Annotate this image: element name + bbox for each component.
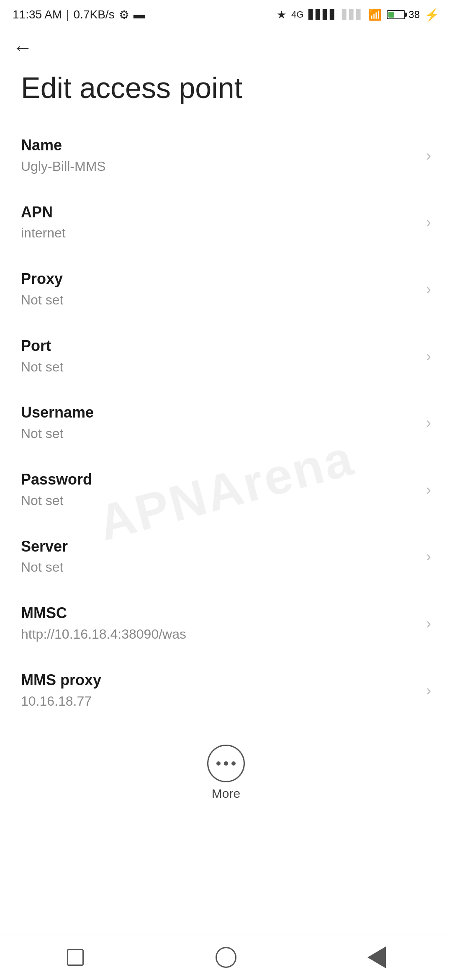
chevron-right-icon-port: › <box>426 348 431 365</box>
settings-item-value-proxy: Not set <box>21 291 418 309</box>
settings-item-apn[interactable]: APN internet › <box>0 189 452 256</box>
battery-fill <box>388 12 394 18</box>
settings-item-content-password: Password Not set <box>21 470 418 510</box>
chevron-right-icon-username: › <box>426 414 431 432</box>
chevron-right-icon-server: › <box>426 548 431 565</box>
wifi-icon: 📶 <box>368 8 382 21</box>
back-button-container[interactable]: ← <box>0 29 452 62</box>
recents-icon <box>67 949 84 966</box>
settings-item-username[interactable]: Username Not set › <box>0 389 452 456</box>
dot-3 <box>231 761 236 766</box>
back-arrow-icon[interactable]: ← <box>13 38 33 58</box>
status-left: 11:35 AM | 0.7KB/s ⚙ ▬ <box>13 8 145 22</box>
settings-item-content-name: Name Ugly-Bill-MMS <box>21 136 418 176</box>
settings-item-mms-proxy[interactable]: MMS proxy 10.16.18.77 › <box>0 657 452 724</box>
settings-item-value-password: Not set <box>21 491 418 510</box>
settings-item-title-proxy: Proxy <box>21 269 418 289</box>
settings-item-value-username: Not set <box>21 424 418 443</box>
battery-box <box>387 10 405 19</box>
settings-item-title-name: Name <box>21 136 418 155</box>
more-dots <box>216 761 236 766</box>
settings-item-server[interactable]: Server Not set › <box>0 524 452 591</box>
battery-percent: 38 <box>408 9 420 21</box>
settings-item-title-mmsc: MMSC <box>21 603 418 623</box>
settings-item-password[interactable]: Password Not set › <box>0 456 452 524</box>
video-icon: ▬ <box>134 8 145 21</box>
settings-list: Name Ugly-Bill-MMS › APN internet › Prox… <box>0 122 452 724</box>
settings-item-content-apn: APN internet <box>21 203 418 243</box>
settings-item-title-server: Server <box>21 537 418 557</box>
status-right: ★ 4G ▋▋▋▋ ▋▋▋ 📶 38 ⚡ <box>277 8 439 22</box>
settings-icon: ⚙ <box>119 8 129 22</box>
settings-item-name[interactable]: Name Ugly-Bill-MMS › <box>0 122 452 189</box>
signal-bars-icon: ▋▋▋▋ <box>308 9 337 20</box>
settings-item-value-name: Ugly-Bill-MMS <box>21 157 418 176</box>
status-time: 11:35 AM <box>13 8 62 21</box>
chevron-right-icon-name: › <box>426 147 431 165</box>
status-separator: | <box>66 8 69 21</box>
home-icon <box>216 947 236 968</box>
nav-bar <box>0 934 452 980</box>
settings-item-title-mms-proxy: MMS proxy <box>21 671 418 690</box>
more-button-container: More <box>0 732 452 809</box>
chevron-right-icon-mms-proxy: › <box>426 682 431 699</box>
settings-item-content-port: Port Not set <box>21 336 418 377</box>
signal-bars2-icon: ▋▋▋ <box>342 9 363 20</box>
nav-home-button[interactable] <box>209 941 243 974</box>
more-label: More <box>212 787 240 801</box>
settings-item-title-port: Port <box>21 336 418 356</box>
chevron-right-icon-mmsc: › <box>426 615 431 632</box>
page-title: Edit access point <box>0 62 452 122</box>
settings-item-title-username: Username <box>21 403 418 423</box>
settings-item-value-mms-proxy: 10.16.18.77 <box>21 692 418 711</box>
battery-indicator: 38 <box>387 9 420 21</box>
status-speed: 0.7KB/s <box>74 8 115 21</box>
signal-4g-icon: 4G <box>291 9 303 20</box>
bolt-icon: ⚡ <box>425 8 439 22</box>
settings-item-content-username: Username Not set <box>21 403 418 443</box>
status-bar: 11:35 AM | 0.7KB/s ⚙ ▬ ★ 4G ▋▋▋▋ ▋▋▋ 📶 3… <box>0 0 452 29</box>
settings-item-value-apn: internet <box>21 224 418 242</box>
settings-item-title-apn: APN <box>21 203 418 222</box>
settings-item-value-server: Not set <box>21 558 418 577</box>
settings-item-mmsc[interactable]: MMSC http://10.16.18.4:38090/was › <box>0 590 452 657</box>
settings-item-content-mms-proxy: MMS proxy 10.16.18.77 <box>21 671 418 711</box>
more-button[interactable] <box>207 745 245 782</box>
settings-item-content-mmsc: MMSC http://10.16.18.4:38090/was <box>21 603 418 644</box>
chevron-right-icon-password: › <box>426 481 431 499</box>
chevron-right-icon-proxy: › <box>426 281 431 298</box>
nav-back-button[interactable] <box>360 941 393 974</box>
settings-item-proxy[interactable]: Proxy Not set › <box>0 256 452 323</box>
settings-item-value-mmsc: http://10.16.18.4:38090/was <box>21 625 418 644</box>
chevron-right-icon-apn: › <box>426 214 431 231</box>
settings-item-value-port: Not set <box>21 358 418 377</box>
settings-item-title-password: Password <box>21 470 418 490</box>
settings-item-port[interactable]: Port Not set › <box>0 323 452 390</box>
dot-1 <box>216 761 221 766</box>
back-icon <box>367 946 386 968</box>
bluetooth-icon: ★ <box>277 8 286 21</box>
nav-recents-button[interactable] <box>59 941 92 974</box>
settings-item-content-server: Server Not set <box>21 537 418 577</box>
dot-2 <box>224 761 228 766</box>
settings-item-content-proxy: Proxy Not set <box>21 269 418 309</box>
